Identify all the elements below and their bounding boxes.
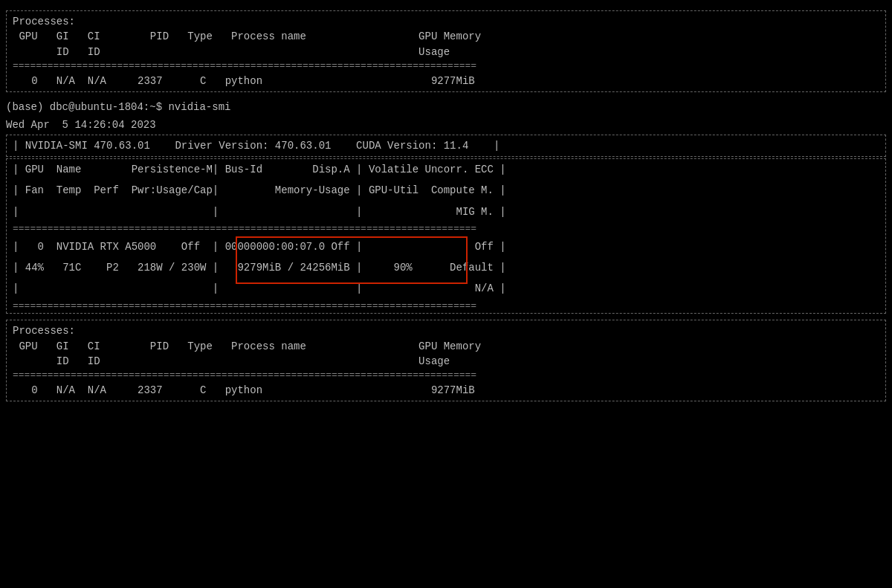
processes-row-2: 0 N/A N/A 2337 C python 9277MiB — [13, 383, 879, 398]
processes-col-headers-line1-2: GPU GI CI PID Type Process name GPU Memo… — [13, 339, 879, 354]
gpu-data-line3: | | | N/A | — [7, 278, 885, 299]
gpu-data-line2: | 44% 71C P2 218W / 230W | 9279MiB / 242… — [7, 257, 885, 278]
processes-header-2: Processes: — [13, 323, 879, 338]
processes-col-headers-line1-1: GPU GI CI PID Type Process name GPU Memo… — [13, 29, 879, 44]
processes-separator-1: ========================================… — [13, 59, 879, 74]
processes-col-headers-line2-1: ID ID Usage — [13, 45, 879, 59]
gpu-data-line1: | 0 NVIDIA RTX A5000 Off | 00000000:00:0… — [7, 236, 885, 257]
processes-header-1: Processes: — [13, 14, 879, 29]
processes-row-1: 0 N/A N/A 2337 C python 9277MiB — [13, 74, 879, 88]
processes-col-headers-line2-2: ID ID Usage — [13, 354, 879, 369]
gpu-data-container: | 0 NVIDIA RTX A5000 Off | 00000000:00:0… — [7, 236, 885, 300]
prompt-line-1: (base) dbc@ubuntu-1804:~$ nvidia-smi — [6, 100, 886, 114]
nvidia-smi-header-content: | NVIDIA-SMI 470.63.01 Driver Version: 4… — [13, 138, 879, 153]
gpu-table: | GPU Name Persistence-M| Bus-Id Disp.A … — [6, 158, 886, 314]
processes-section-1: Processes: GPU GI CI PID Type Process na… — [6, 10, 886, 92]
prompt-line-2: Wed Apr 5 14:26:04 2023 — [6, 117, 886, 132]
gpu-table-header-line2: | Fan Temp Perf Pwr:Usage/Cap| Memory-Us… — [7, 180, 885, 201]
nvidia-smi-header: | NVIDIA-SMI 470.63.01 Driver Version: 4… — [6, 135, 886, 157]
terminal-window: Processes: GPU GI CI PID Type Process na… — [0, 6, 892, 582]
gpu-table-header-line3: | | | MIG M. | — [7, 201, 885, 222]
gpu-table-separator: ========================================… — [7, 222, 885, 236]
processes-separator-2: ========================================… — [13, 369, 879, 383]
processes-section-2: Processes: GPU GI CI PID Type Process na… — [6, 320, 886, 401]
gpu-table-bottom-separator: ========================================… — [7, 300, 885, 314]
gpu-table-header-line1: | GPU Name Persistence-M| Bus-Id Disp.A … — [7, 159, 885, 180]
